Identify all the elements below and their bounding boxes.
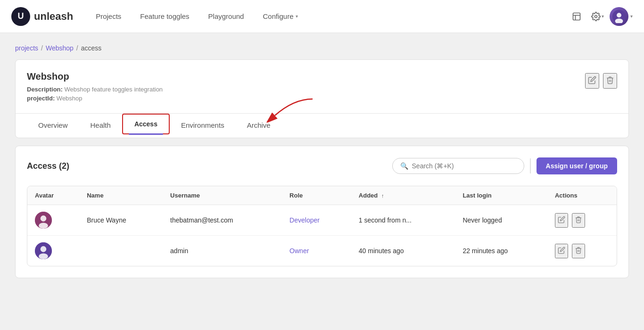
project-id: projectId: Webshop xyxy=(27,95,163,102)
user-avatar-btn[interactable] xyxy=(610,7,628,26)
role-link-owner[interactable]: Owner xyxy=(289,247,309,255)
actions-1 xyxy=(555,213,609,228)
search-and-btn: 🔍 Assign user / group xyxy=(392,157,617,174)
card-actions xyxy=(585,71,617,89)
settings-chevron-icon: ▾ xyxy=(602,14,604,19)
avatar-cell-1 xyxy=(27,205,79,236)
col-added: Added ↑ xyxy=(351,186,455,205)
breadcrumb-sep-2: / xyxy=(76,44,78,52)
nav-feature-toggles[interactable]: Feature toggles xyxy=(132,8,197,24)
app-name: unleash xyxy=(34,10,73,23)
settings-icon[interactable]: ▾ xyxy=(589,8,606,25)
assign-user-group-button[interactable]: Assign user / group xyxy=(537,157,617,174)
svg-point-3 xyxy=(594,15,597,17)
svg-point-5 xyxy=(617,13,621,17)
user-menu[interactable]: ▾ xyxy=(610,7,633,26)
search-box: 🔍 xyxy=(392,158,524,174)
nav-projects[interactable]: Projects xyxy=(88,8,129,24)
breadcrumb-webshop[interactable]: Webshop xyxy=(46,44,74,52)
delete-user-2-button[interactable] xyxy=(572,244,585,258)
table-header-row: Avatar Name Username Role Added ↑ Last l… xyxy=(27,186,617,205)
edit-user-1-button[interactable] xyxy=(555,213,568,228)
username-cell-2: admin xyxy=(163,236,282,266)
delete-project-button[interactable] xyxy=(603,73,617,89)
role-cell-1: Developer xyxy=(282,205,351,236)
navbar-right: ▾ ▾ xyxy=(568,7,633,26)
last-login-cell-2: 22 minutes ago xyxy=(455,236,547,266)
tab-active-indicator xyxy=(129,133,163,135)
table-row: admin Owner 40 minutes ago 22 minutes ag… xyxy=(27,236,617,266)
actions-cell-1 xyxy=(547,205,617,236)
breadcrumb-current: access xyxy=(81,44,102,52)
main-content: projects / Webshop / access Webshop Desc… xyxy=(0,33,644,289)
tab-environments[interactable]: Environments xyxy=(170,114,236,138)
project-tabs: Overview Health Access Environments Arch… xyxy=(16,113,628,138)
logo-icon: U xyxy=(11,7,30,26)
col-avatar: Avatar xyxy=(27,186,79,205)
tab-overview[interactable]: Overview xyxy=(27,114,79,138)
access-table: Avatar Name Username Role Added ↑ Last l… xyxy=(27,186,617,266)
svg-point-15 xyxy=(39,253,48,259)
edit-user-2-button[interactable] xyxy=(555,244,568,258)
project-description: Description: Webshop feature toggles int… xyxy=(27,86,163,93)
project-info: Webshop Description: Webshop feature tog… xyxy=(27,71,163,104)
svg-rect-11 xyxy=(38,216,41,217)
tab-access-wrapper: Access xyxy=(122,114,170,138)
tab-health[interactable]: Health xyxy=(79,114,122,138)
breadcrumb: projects / Webshop / access xyxy=(15,44,629,52)
card-header: Webshop Description: Webshop feature tog… xyxy=(16,60,628,104)
tab-access[interactable]: Access xyxy=(122,114,170,134)
delete-user-1-button[interactable] xyxy=(572,213,585,228)
username-cell-1: thebatman@test.com xyxy=(163,205,282,236)
svg-rect-0 xyxy=(573,13,580,20)
user-chevron-icon: ▾ xyxy=(630,14,633,19)
divider xyxy=(530,158,531,173)
edit-project-button[interactable] xyxy=(585,73,599,89)
svg-point-10 xyxy=(39,223,48,229)
users-table: Avatar Name Username Role Added ↑ Last l… xyxy=(27,186,617,266)
project-card: Webshop Description: Webshop feature tog… xyxy=(15,59,629,138)
configure-chevron-icon: ▾ xyxy=(296,14,298,19)
svg-point-9 xyxy=(41,215,47,222)
actions-2 xyxy=(555,244,609,258)
project-card-wrapper: Webshop Description: Webshop feature tog… xyxy=(15,59,629,278)
table-row: Bruce Wayne thebatman@test.com Developer… xyxy=(27,205,617,236)
user-avatar-batman xyxy=(35,212,52,229)
navbar: U unleash Projects Feature toggles Playg… xyxy=(0,0,644,33)
search-icon: 🔍 xyxy=(400,162,408,170)
last-login-cell-1: Never logged xyxy=(455,205,547,236)
user-avatar-admin xyxy=(35,242,52,259)
logo-link[interactable]: U unleash xyxy=(11,7,73,26)
nav-configure[interactable]: Configure ▾ xyxy=(255,8,305,24)
avatar-cell-2 xyxy=(27,236,79,266)
col-last-login: Last login xyxy=(455,186,547,205)
breadcrumb-projects[interactable]: projects xyxy=(15,44,38,52)
name-cell-2 xyxy=(79,236,163,266)
svg-rect-12 xyxy=(46,216,49,217)
added-cell-1: 1 second from n... xyxy=(351,205,455,236)
breadcrumb-sep-1: / xyxy=(41,44,43,52)
added-sort-icon: ↑ xyxy=(381,193,384,198)
actions-cell-2 xyxy=(547,236,617,266)
col-name: Name xyxy=(79,186,163,205)
search-input[interactable] xyxy=(412,162,516,170)
col-username: Username xyxy=(163,186,282,205)
role-cell-2: Owner xyxy=(282,236,351,266)
nav-playground[interactable]: Playground xyxy=(201,8,252,24)
access-header: Access (2) 🔍 Assign user / group xyxy=(27,157,617,174)
project-title: Webshop xyxy=(27,71,163,82)
col-role: Role xyxy=(282,186,351,205)
access-section: Access (2) 🔍 Assign user / group xyxy=(15,146,629,278)
added-cell-2: 40 minutes ago xyxy=(351,236,455,266)
access-title: Access (2) xyxy=(27,161,69,171)
docs-icon[interactable] xyxy=(568,8,585,25)
nav-links: Projects Feature toggles Playground Conf… xyxy=(88,8,568,24)
col-actions: Actions xyxy=(547,186,617,205)
svg-point-14 xyxy=(41,246,47,252)
role-link-developer[interactable]: Developer xyxy=(289,216,320,224)
name-cell-1: Bruce Wayne xyxy=(79,205,163,236)
